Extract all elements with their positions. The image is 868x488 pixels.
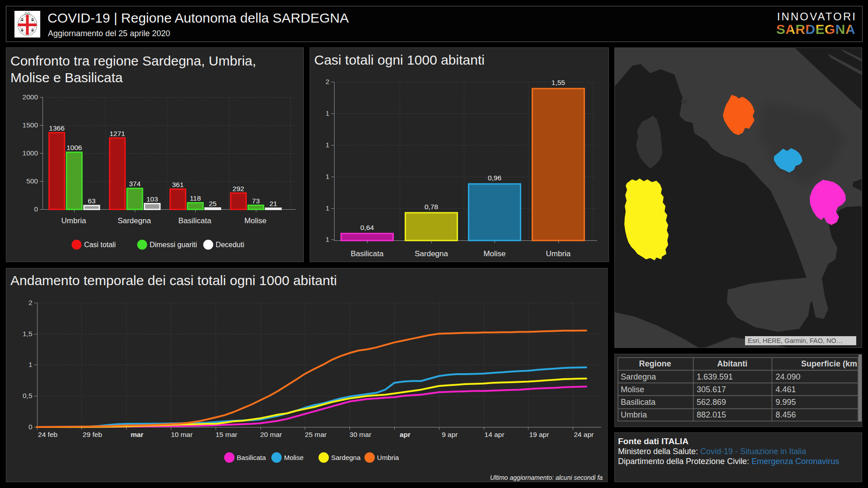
svg-text:1: 1 [326, 173, 330, 180]
svg-text:1271: 1271 [109, 130, 125, 137]
svg-text:Molise: Molise [284, 454, 303, 461]
svg-text:Basilicata: Basilicata [237, 454, 266, 461]
svg-text:Basilicata: Basilicata [621, 398, 656, 407]
svg-text:Sardegna: Sardegna [621, 372, 656, 381]
svg-text:1: 1 [28, 361, 33, 368]
svg-text:25: 25 [209, 200, 217, 207]
svg-text:1.639.591: 1.639.591 [697, 372, 733, 381]
svg-text:374: 374 [129, 180, 141, 188]
svg-text:14 apr: 14 apr [485, 431, 505, 438]
svg-text:2000: 2000 [23, 93, 38, 101]
svg-text:Basilicata: Basilicata [179, 216, 212, 225]
svg-text:292: 292 [232, 185, 244, 192]
svg-text:30 mar: 30 mar [349, 431, 371, 438]
svg-text:Abitanti: Abitanti [717, 359, 747, 368]
svg-text:2: 2 [28, 299, 33, 306]
svg-text:15 mar: 15 mar [216, 431, 237, 438]
svg-text:Basilicata: Basilicata [351, 249, 384, 258]
svg-text:4.461: 4.461 [776, 385, 796, 394]
svg-text:Sardegna: Sardegna [118, 216, 151, 225]
svg-text:Deceduti: Deceduti [216, 241, 244, 249]
svg-text:1006: 1006 [66, 144, 82, 151]
svg-text:882.015: 882.015 [697, 410, 726, 419]
svg-text:0: 0 [34, 205, 38, 213]
svg-text:63: 63 [88, 197, 95, 205]
svg-text:Sardegna: Sardegna [331, 454, 361, 461]
svg-text:118: 118 [190, 194, 201, 202]
svg-text:21: 21 [269, 200, 277, 207]
svg-text:1: 1 [326, 141, 330, 149]
svg-text:1500: 1500 [23, 121, 38, 129]
svg-text:Umbria: Umbria [377, 454, 399, 461]
svg-text:562.869: 562.869 [697, 398, 726, 407]
svg-text:Molise: Molise [483, 249, 505, 258]
svg-text:Superficie (km: Superficie (km [801, 359, 857, 368]
svg-text:0: 0 [28, 423, 33, 431]
svg-text:0,96: 0,96 [488, 174, 501, 182]
svg-text:24 apr: 24 apr [574, 431, 594, 438]
svg-text:0,78: 0,78 [425, 203, 438, 211]
svg-text:Molise: Molise [244, 216, 266, 225]
svg-text:0,5: 0,5 [23, 392, 33, 399]
svg-text:Dimessi guariti: Dimessi guariti [150, 241, 197, 249]
svg-text:1366: 1366 [49, 124, 64, 132]
svg-text:1,55: 1,55 [552, 79, 565, 86]
svg-text:apr: apr [400, 431, 410, 438]
svg-text:1: 1 [326, 204, 330, 212]
svg-text:1000: 1000 [23, 149, 38, 157]
svg-text:10 mar: 10 mar [171, 431, 193, 438]
svg-text:19 apr: 19 apr [529, 431, 549, 438]
svg-text:103: 103 [146, 195, 158, 203]
svg-text:9 apr: 9 apr [442, 431, 458, 438]
svg-text:Casi totali: Casi totali [84, 241, 116, 249]
svg-text:1: 1 [326, 235, 330, 243]
svg-text:Umbria: Umbria [546, 249, 571, 258]
svg-text:1,5: 1,5 [23, 330, 33, 338]
svg-text:29 feb: 29 feb [83, 431, 102, 438]
svg-text:2: 2 [326, 78, 330, 85]
svg-text:Umbria: Umbria [621, 410, 647, 419]
svg-text:25 mar: 25 mar [305, 431, 326, 438]
svg-text:1: 1 [326, 109, 330, 117]
svg-text:Molise: Molise [621, 385, 644, 394]
svg-text:mar: mar [131, 431, 143, 438]
svg-text:Sardegna: Sardegna [415, 249, 448, 258]
svg-text:305.617: 305.617 [697, 385, 726, 394]
svg-text:73: 73 [252, 197, 259, 205]
svg-text:Regione: Regione [639, 359, 671, 368]
svg-text:500: 500 [26, 177, 38, 185]
svg-text:24 feb: 24 feb [38, 431, 57, 438]
svg-text:361: 361 [172, 181, 184, 188]
svg-text:Umbria: Umbria [61, 216, 86, 225]
svg-text:20 mar: 20 mar [260, 431, 282, 438]
svg-text:8.456: 8.456 [776, 410, 796, 419]
svg-text:9.995: 9.995 [776, 398, 796, 407]
svg-text:0,64: 0,64 [360, 224, 374, 231]
svg-text:24.090: 24.090 [776, 372, 801, 381]
